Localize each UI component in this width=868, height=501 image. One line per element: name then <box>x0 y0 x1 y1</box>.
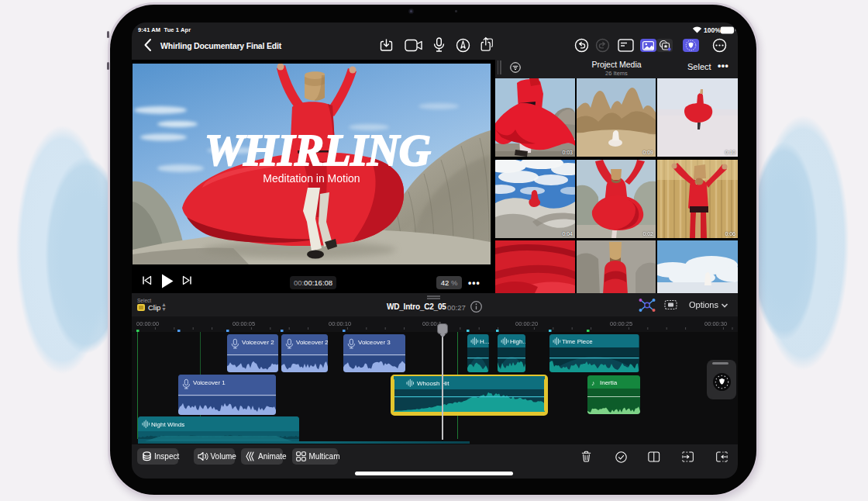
svg-text:♪: ♪ <box>591 379 595 387</box>
svg-text:Time Piece: Time Piece <box>562 338 593 345</box>
svg-text:High...: High... <box>510 338 526 345</box>
svg-text:Meditation in Motion: Meditation in Motion <box>263 172 360 185</box>
svg-text:Voiceover 2: Voiceover 2 <box>296 339 328 346</box>
svg-text:H...: H... <box>480 338 489 345</box>
svg-text:Voiceover 3: Voiceover 3 <box>358 339 391 346</box>
svg-text:Voiceover 1: Voiceover 1 <box>193 379 226 386</box>
svg-text:Voiceover 2: Voiceover 2 <box>242 339 274 346</box>
svg-text:Whoosh Hit: Whoosh Hit <box>417 380 450 387</box>
svg-text:WHIRLING: WHIRLING <box>205 126 431 174</box>
svg-text:Night Winds: Night Winds <box>151 421 184 428</box>
svg-text:Inertia: Inertia <box>600 379 618 386</box>
